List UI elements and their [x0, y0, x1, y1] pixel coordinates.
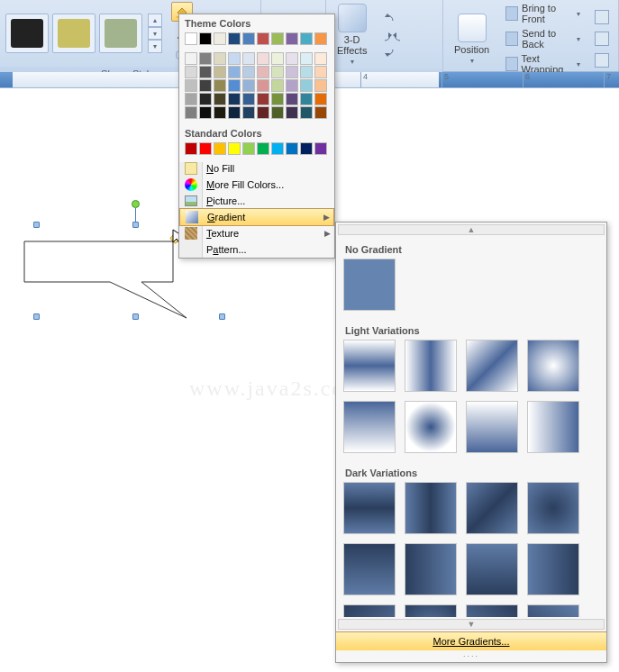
style-swatch-black[interactable]: [5, 14, 49, 53]
color-swatch[interactable]: [228, 93, 241, 105]
color-swatch[interactable]: [199, 79, 212, 92]
tilt-right-icon[interactable]: [393, 27, 405, 43]
tilt-up-icon[interactable]: [379, 14, 396, 26]
color-swatch[interactable]: [185, 93, 197, 105]
gradient-swatch[interactable]: [405, 604, 457, 617]
color-swatch[interactable]: [242, 66, 255, 78]
color-swatch[interactable]: [214, 66, 226, 78]
color-swatch[interactable]: [199, 142, 212, 155]
align-button[interactable]: [591, 7, 613, 27]
color-swatch[interactable]: [300, 52, 313, 65]
gradient-swatch[interactable]: [343, 604, 396, 617]
color-swatch[interactable]: [228, 106, 241, 119]
color-swatch[interactable]: [199, 93, 212, 105]
color-swatch[interactable]: [214, 32, 226, 45]
gradient-swatch[interactable]: [466, 401, 518, 453]
gradient-swatch-none[interactable]: [343, 259, 396, 311]
color-swatch[interactable]: [271, 66, 284, 78]
color-swatch[interactable]: [242, 93, 255, 105]
menu-more-colors[interactable]: More Fill Colors...: [179, 177, 334, 193]
color-swatch[interactable]: [286, 93, 298, 105]
color-swatch[interactable]: [214, 52, 226, 65]
gradient-swatch[interactable]: [466, 543, 518, 595]
color-swatch[interactable]: [185, 79, 197, 92]
3d-effects-button[interactable]: 3-D Effects ▾: [332, 2, 372, 68]
color-swatch[interactable]: [185, 52, 197, 65]
color-swatch[interactable]: [286, 106, 298, 119]
style-swatch-green[interactable]: [99, 14, 142, 53]
gradient-swatch[interactable]: [466, 340, 518, 392]
color-swatch[interactable]: [214, 93, 226, 105]
color-swatch[interactable]: [314, 106, 327, 119]
color-swatch[interactable]: [300, 142, 313, 155]
color-swatch[interactable]: [314, 66, 327, 78]
color-swatch[interactable]: [257, 32, 269, 45]
menu-pattern[interactable]: Pattern...: [179, 241, 334, 258]
resize-grip-icon[interactable]: ∙∙∙∙: [336, 650, 606, 662]
color-swatch[interactable]: [257, 106, 269, 119]
color-swatch[interactable]: [271, 79, 284, 92]
color-swatch[interactable]: [314, 142, 327, 155]
color-swatch[interactable]: [286, 142, 298, 155]
color-swatch[interactable]: [214, 79, 226, 92]
color-swatch[interactable]: [257, 66, 269, 78]
color-swatch[interactable]: [271, 142, 284, 155]
menu-texture[interactable]: Texture ▶: [179, 225, 334, 241]
color-swatch[interactable]: [286, 79, 298, 92]
color-swatch[interactable]: [300, 32, 313, 45]
gradient-swatch[interactable]: [405, 340, 457, 392]
color-swatch[interactable]: [185, 106, 197, 119]
color-swatch[interactable]: [257, 93, 269, 105]
color-swatch[interactable]: [228, 52, 241, 65]
color-swatch[interactable]: [228, 79, 241, 92]
color-swatch[interactable]: [228, 142, 241, 155]
color-swatch[interactable]: [257, 142, 269, 155]
color-swatch[interactable]: [271, 32, 284, 45]
callout-shape[interactable]: [20, 237, 175, 291]
bring-to-front-button[interactable]: Bring to Front ▾: [502, 2, 584, 25]
send-to-back-button[interactable]: Send to Back ▾: [502, 27, 584, 50]
gradient-swatch[interactable]: [405, 401, 457, 453]
color-swatch[interactable]: [228, 32, 241, 45]
menu-no-fill[interactable]: No Fill: [179, 160, 334, 177]
color-swatch[interactable]: [314, 93, 327, 105]
resize-handle-n[interactable]: [132, 222, 139, 228]
menu-gradient[interactable]: Gradient ▶: [179, 208, 334, 226]
color-swatch[interactable]: [300, 93, 313, 105]
color-swatch[interactable]: [199, 52, 212, 65]
color-swatch[interactable]: [300, 66, 313, 78]
tilt-left-icon[interactable]: [379, 27, 392, 43]
color-swatch[interactable]: [257, 52, 269, 65]
color-swatch[interactable]: [286, 66, 298, 78]
color-swatch[interactable]: [242, 32, 255, 45]
style-swatch-olive[interactable]: [52, 14, 96, 53]
color-swatch[interactable]: [286, 52, 298, 65]
rotate-button[interactable]: [591, 50, 613, 70]
gradient-swatch[interactable]: [527, 543, 579, 595]
color-swatch[interactable]: [271, 93, 284, 105]
more-gradients-button[interactable]: More Gradients...: [336, 631, 606, 650]
color-swatch[interactable]: [242, 52, 255, 65]
gradient-swatch[interactable]: [466, 482, 518, 534]
color-swatch[interactable]: [300, 106, 313, 119]
tilt-down-icon[interactable]: [379, 44, 396, 57]
color-swatch[interactable]: [271, 52, 284, 65]
color-swatch[interactable]: [314, 79, 327, 92]
color-swatch[interactable]: [199, 32, 212, 45]
group-button[interactable]: [591, 29, 613, 49]
gradient-swatch[interactable]: [527, 401, 579, 453]
color-swatch[interactable]: [242, 142, 255, 155]
color-swatch[interactable]: [185, 66, 197, 78]
resize-handle-nw[interactable]: [33, 222, 40, 228]
color-swatch[interactable]: [286, 32, 298, 45]
gradient-swatch[interactable]: [343, 340, 396, 392]
color-swatch[interactable]: [314, 32, 327, 45]
resize-handle-se[interactable]: [219, 313, 225, 320]
gradient-swatch[interactable]: [343, 482, 396, 534]
gradient-swatch[interactable]: [343, 543, 396, 595]
color-swatch[interactable]: [214, 106, 226, 119]
menu-picture[interactable]: Picture...: [179, 193, 334, 209]
gradient-swatch[interactable]: [527, 340, 579, 392]
position-button[interactable]: Position ▾: [449, 12, 495, 67]
gradient-swatch[interactable]: [405, 543, 457, 595]
